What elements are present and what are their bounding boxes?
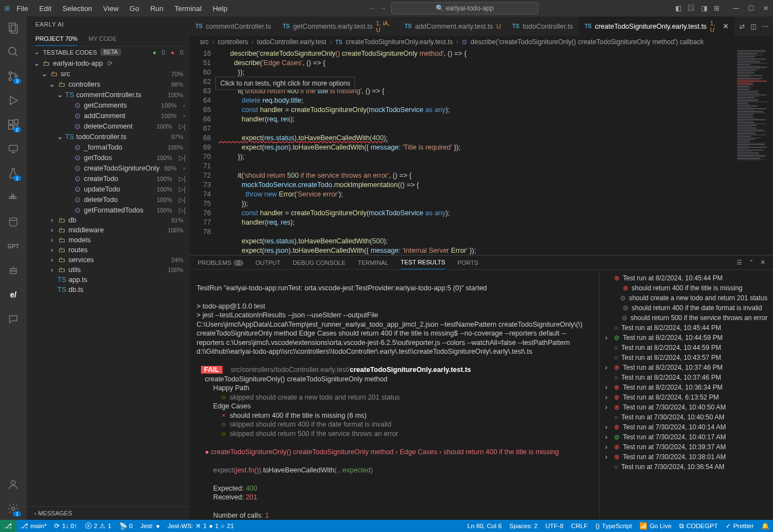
tree-item[interactable]: ⊙getFormattedTodos100%▷|	[27, 205, 190, 215]
settings-gear-icon[interactable]: 1	[7, 502, 20, 515]
tab-terminal[interactable]: TERMINAL	[358, 256, 389, 269]
docker-icon[interactable]	[7, 191, 20, 204]
git-sync[interactable]: ⟳ 1↓ 0↑	[50, 522, 81, 530]
test-result-row[interactable]: ›⊗Test run at 7/30/2024, 10:40:50 AM	[605, 402, 767, 412]
database-icon[interactable]	[7, 215, 20, 228]
test-result-row[interactable]: ○Test run at 8/2/2024, 10:37:46 PM	[605, 373, 767, 382]
git-branch[interactable]: ⎇ main*	[17, 522, 50, 530]
command-center[interactable]: 🔍 earlyai-todo-app	[391, 2, 538, 14]
breadcrumb[interactable]: src› controllers› todoController.early.t…	[190, 36, 773, 48]
tree-item[interactable]: ⊙createTodo100%▷|	[27, 173, 190, 184]
compare-icon[interactable]: ⇄	[739, 23, 745, 30]
close-window-icon[interactable]: ✕	[763, 4, 769, 12]
tree-item[interactable]: ›🗀db91%	[27, 215, 190, 225]
tree-item[interactable]: ⌄🗀earlyai-todo-app⟳	[27, 58, 190, 68]
editor-tab[interactable]: TSgetComments.early.test.ts1, iA, U	[277, 17, 399, 36]
tree-item[interactable]: ⊙updateTodo100%▷|	[27, 184, 190, 194]
editor-tab[interactable]: TSaddComment.early.test.tsU	[399, 17, 507, 36]
prettier[interactable]: ✓ Prettier	[722, 522, 758, 530]
test-result-row[interactable]: ⊝should return 400 if the date format is…	[605, 303, 767, 313]
menu-terminal[interactable]: Terminal	[170, 2, 206, 15]
test-result-row[interactable]: ›⊗Test run at 8/2/2024, 6:13:52 PM	[605, 392, 767, 402]
test-result-row[interactable]: ›⊗Test run at 8/2/2024, 10:37:46 PM	[605, 363, 767, 373]
notifications-icon[interactable]: 🔔	[758, 522, 773, 530]
search-icon[interactable]	[7, 45, 20, 58]
tree-item[interactable]: ⊙_formatTodo100%	[27, 142, 190, 152]
menu-help[interactable]: Help	[208, 2, 232, 15]
tab-test-results[interactable]: TEST RESULTS	[401, 256, 446, 269]
tree-item[interactable]: ⊙addComment100%▫	[27, 110, 190, 121]
test-output[interactable]: TestRun "earlyai-todo-app:runTest: orta.…	[190, 270, 599, 520]
eol[interactable]: CRLF	[567, 522, 591, 530]
test-result-row[interactable]: ›⊗Test run at 7/30/2024, 10:38:01 AM	[605, 452, 767, 462]
robot-icon[interactable]	[7, 264, 20, 277]
account-icon[interactable]	[7, 478, 20, 491]
tab-output[interactable]: OUTPUT	[256, 256, 280, 269]
panel-close-icon[interactable]: ✕	[760, 259, 765, 266]
tab-ports[interactable]: PORTS	[457, 256, 478, 269]
test-result-row[interactable]: ○Test run at 8/2/2024, 10:44:59 PM	[605, 343, 767, 353]
menu-file[interactable]: File	[12, 2, 33, 15]
indent[interactable]: Spaces: 2	[506, 522, 542, 530]
tree-item[interactable]: ›🗀utils100%	[27, 265, 190, 275]
editor-tab[interactable]: TScreateTodoSignitureOnly.early.test.ts1…	[579, 17, 735, 36]
test-result-row[interactable]: ⊝should create a new todo and return 201…	[605, 293, 767, 303]
tree-item[interactable]: TSdb.ts	[27, 285, 190, 295]
language[interactable]: {} TypeScript	[591, 522, 636, 530]
tree-item[interactable]: ›🗀routes	[27, 245, 190, 255]
tree-item[interactable]: ⊙deleteTodo100%▷|	[27, 194, 190, 205]
chat-icon[interactable]	[7, 312, 20, 326]
run-debug-icon[interactable]	[7, 94, 20, 107]
encoding[interactable]: UTF-8	[542, 522, 568, 530]
test-result-row[interactable]: ›⊗Test run at 7/30/2024, 10:40:14 AM	[605, 422, 767, 432]
editor-tab[interactable]: TStodoController.ts	[507, 17, 579, 36]
cursor-position[interactable]: Ln 80, Col 6	[464, 522, 506, 530]
nav-forward-icon[interactable]: →	[380, 4, 386, 12]
menu-selection[interactable]: Selection	[58, 2, 96, 15]
panel-list-icon[interactable]: ☰	[737, 259, 742, 266]
test-result-row[interactable]: ⊗Test run at 8/2/2024, 10:45:44 PM	[605, 273, 767, 283]
menu-run[interactable]: Run	[146, 2, 168, 15]
gpt-icon[interactable]: GPT	[7, 240, 20, 253]
early-ai-icon[interactable]: e/	[7, 288, 20, 301]
tree-item[interactable]: ⊙getComments100%▫	[27, 100, 190, 110]
minimize-icon[interactable]: ―	[733, 4, 739, 12]
remote-explorer-icon[interactable]	[7, 142, 20, 156]
nav-back-icon[interactable]: ←	[369, 4, 375, 12]
tree-item[interactable]: ›🗀middleware100%	[27, 225, 190, 235]
layout-panel-icon[interactable]: ⿴	[688, 4, 695, 12]
errors-count[interactable]: ⓧ 2 ⚠ 1	[81, 522, 115, 530]
more-icon[interactable]: ⋯	[762, 23, 769, 30]
test-result-row[interactable]: ›⊗Test run at 8/2/2024, 10:36:34 PM	[605, 382, 767, 392]
source-control-icon[interactable]: 3	[7, 70, 20, 83]
tree-item[interactable]: ⌄🗀src70%	[27, 68, 190, 79]
minimap[interactable]	[734, 48, 773, 255]
tree-item[interactable]: TSapp.ts	[27, 275, 190, 285]
tree-item[interactable]: ⊙createTodoSignitureOnly80%▫	[27, 163, 190, 173]
jest-status[interactable]: Jest: ●	[136, 523, 163, 529]
tree-item[interactable]: ⊙getTodos100%▷|	[27, 152, 190, 163]
tree-item[interactable]: ›🗀models	[27, 235, 190, 245]
remote-indicator[interactable]: ⎇	[0, 520, 17, 532]
test-result-row[interactable]: ⊝should return 500 if the service throws…	[605, 313, 767, 323]
test-result-row[interactable]: ›⊘Test run at 8/2/2024, 10:44:59 PM	[605, 333, 767, 343]
menu-edit[interactable]: Edit	[35, 2, 56, 15]
test-result-row[interactable]: ›⊗Test run at 7/30/2024, 10:39:37 AM	[605, 442, 767, 452]
tree-item[interactable]: ⊙deleteComment100%▷|	[27, 121, 190, 131]
test-result-row[interactable]: ○Test run at 8/2/2024, 10:45:44 PM	[605, 323, 767, 333]
menu-view[interactable]: View	[99, 2, 123, 15]
tree-item[interactable]: ⌄TScommentController.ts100%	[27, 89, 190, 100]
layout-sidebar-icon[interactable]: ◨	[701, 4, 707, 12]
tree-item[interactable]: ⌄TStodoController.ts97%	[27, 131, 190, 142]
panel-maximize-icon[interactable]: ⌃	[749, 259, 754, 266]
layout-customize-icon[interactable]: ⊞	[714, 4, 719, 12]
split-icon[interactable]: ◫	[750, 23, 756, 30]
test-result-row[interactable]: ○Test run at 7/30/2024, 10:40:50 AM	[605, 412, 767, 422]
tree-item[interactable]: ⌄🗀controllers98%	[27, 79, 190, 89]
test-result-row[interactable]: ○Test run at 7/30/2024, 10:36:54 AM	[605, 462, 767, 472]
tab-problems[interactable]: PROBLEMS2	[198, 256, 243, 269]
tab-project[interactable]: PROJECT 70%	[35, 32, 77, 46]
test-result-row[interactable]: ›⊘Test run at 7/30/2024, 10:40:17 AM	[605, 432, 767, 442]
explorer-icon[interactable]	[7, 21, 20, 34]
extensions-icon[interactable]: 2	[7, 118, 20, 131]
